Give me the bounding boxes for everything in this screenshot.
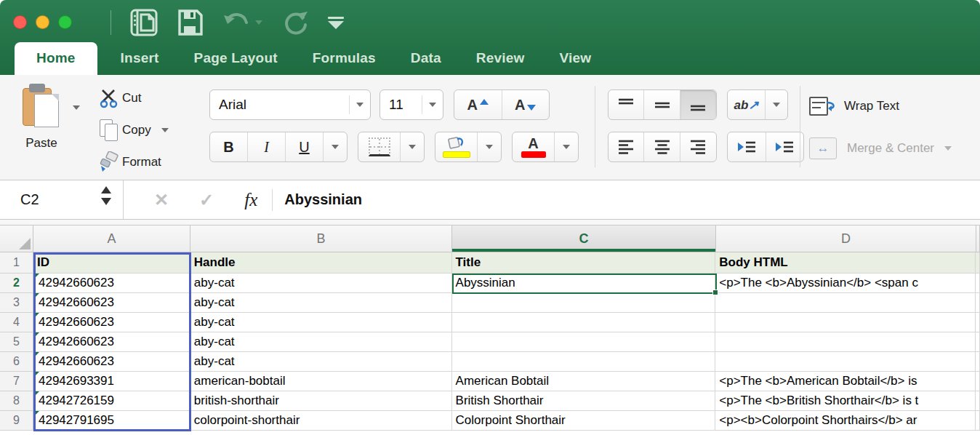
tab-page-layout[interactable]: Page Layout bbox=[177, 42, 295, 75]
row-number[interactable]: 1 bbox=[0, 252, 33, 274]
font-color-dropdown[interactable] bbox=[555, 132, 578, 161]
align-middle-button[interactable] bbox=[644, 90, 680, 119]
name-box[interactable]: C2 bbox=[0, 180, 124, 219]
cell-handle[interactable]: american-bobtail bbox=[190, 372, 452, 391]
cancel-button[interactable]: ✕ bbox=[154, 190, 169, 210]
align-top-button[interactable] bbox=[609, 90, 644, 119]
font-size-combo[interactable]: 11 bbox=[379, 89, 443, 120]
row-number[interactable]: 9 bbox=[0, 411, 33, 431]
cell-sliver[interactable] bbox=[976, 293, 980, 313]
row-number[interactable]: 4 bbox=[0, 313, 33, 332]
align-right-button[interactable] bbox=[680, 132, 716, 161]
merge-center-dropdown-arrow[interactable] bbox=[944, 146, 952, 151]
decrease-indent-button[interactable] bbox=[728, 132, 766, 161]
underline-button[interactable]: U bbox=[286, 132, 324, 161]
cell-sliver[interactable] bbox=[976, 411, 980, 431]
new-from-template-button[interactable] bbox=[130, 8, 158, 37]
copy-dropdown-arrow[interactable] bbox=[161, 128, 169, 132]
cell-title[interactable] bbox=[452, 332, 716, 352]
minimize-window-button[interactable] bbox=[36, 15, 49, 29]
column-header-b[interactable]: B bbox=[190, 226, 452, 252]
cell-body-html[interactable]: <p>The <b>Abyssinian</b> <span c bbox=[715, 274, 976, 293]
cell-id[interactable]: 42942791695 bbox=[33, 411, 190, 431]
cell-body-html[interactable] bbox=[715, 293, 976, 313]
cell-handle[interactable]: aby-cat bbox=[190, 352, 452, 372]
cell-title[interactable] bbox=[452, 313, 716, 332]
cell-sliver[interactable] bbox=[976, 274, 980, 293]
align-center-button[interactable] bbox=[644, 132, 680, 161]
paste-dropdown-arrow[interactable] bbox=[73, 105, 80, 110]
customize-toolbar-button[interactable] bbox=[328, 17, 344, 29]
font-name-dropdown-arrow[interactable] bbox=[356, 103, 364, 107]
name-box-stepper[interactable] bbox=[101, 186, 111, 205]
merge-center-button[interactable]: ↔ Merge & Center bbox=[809, 137, 952, 159]
redo-button[interactable] bbox=[281, 9, 309, 36]
paste-button[interactable]: Paste bbox=[13, 84, 70, 156]
row-number[interactable]: 2 bbox=[0, 274, 33, 293]
cell-handle[interactable]: british-shorthair bbox=[190, 391, 452, 411]
row-number[interactable]: 5 bbox=[0, 332, 33, 352]
cell-id[interactable]: 42942660623 bbox=[33, 293, 190, 313]
row-number[interactable]: 7 bbox=[0, 372, 33, 391]
close-window-button[interactable] bbox=[13, 15, 27, 29]
cell-handle[interactable]: aby-cat bbox=[190, 332, 452, 352]
orientation-dropdown[interactable] bbox=[766, 90, 787, 119]
cell-a1[interactable]: ID bbox=[33, 252, 190, 274]
column-header-e-sliver[interactable] bbox=[976, 226, 980, 252]
format-painter-button[interactable]: Format bbox=[96, 146, 169, 178]
cell-title[interactable] bbox=[452, 352, 716, 372]
cell-c1[interactable]: Title bbox=[452, 252, 716, 274]
zoom-window-button[interactable] bbox=[58, 15, 72, 29]
borders-dropdown[interactable] bbox=[401, 132, 424, 161]
cell-title[interactable]: Colorpoint Shorthair bbox=[452, 411, 716, 431]
row-number[interactable]: 8 bbox=[0, 391, 33, 411]
tab-review[interactable]: Review bbox=[459, 42, 542, 75]
cell-title[interactable]: British Shorthair bbox=[452, 391, 716, 411]
borders-button[interactable] bbox=[358, 132, 401, 161]
cell-id[interactable]: 42942660623 bbox=[33, 274, 190, 293]
orientation-button[interactable]: ab↗ bbox=[728, 90, 766, 119]
cell-body-html[interactable] bbox=[715, 332, 976, 352]
column-header-c[interactable]: C bbox=[452, 226, 716, 252]
select-all-corner[interactable] bbox=[0, 226, 33, 252]
cell-title[interactable]: Abyssinian bbox=[452, 274, 716, 293]
cell-id[interactable]: 42942660623 bbox=[33, 313, 190, 332]
tab-data[interactable]: Data bbox=[393, 42, 459, 75]
font-name-combo[interactable]: Arial bbox=[209, 89, 371, 120]
shrink-font-button[interactable]: A bbox=[502, 90, 550, 119]
column-header-d[interactable]: D bbox=[716, 226, 976, 252]
row-number[interactable]: 6 bbox=[0, 352, 33, 372]
row-number[interactable]: 3 bbox=[0, 293, 33, 313]
cell-id[interactable]: 42942693391 bbox=[33, 372, 190, 391]
cell-body-html[interactable] bbox=[715, 313, 976, 332]
undo-button[interactable] bbox=[222, 9, 262, 36]
wrap-text-button[interactable]: Wrap Text bbox=[809, 95, 899, 117]
column-header-a[interactable]: A bbox=[33, 226, 190, 252]
tab-home[interactable]: Home bbox=[15, 42, 97, 75]
font-size-dropdown-arrow[interactable] bbox=[429, 103, 436, 107]
cell-body-html[interactable] bbox=[715, 352, 976, 372]
cell-body-html[interactable]: <p>The <b>American Bobtail</b> is bbox=[715, 372, 976, 391]
fill-color-dropdown[interactable] bbox=[478, 132, 501, 161]
cell-handle[interactable]: aby-cat bbox=[190, 274, 452, 293]
copy-button[interactable]: Copy bbox=[96, 114, 169, 146]
align-bottom-button[interactable] bbox=[680, 90, 716, 119]
undo-dropdown-arrow[interactable] bbox=[255, 20, 262, 25]
enter-button[interactable]: ✓ bbox=[199, 190, 214, 210]
cell-handle[interactable]: aby-cat bbox=[190, 313, 452, 332]
tab-view[interactable]: View bbox=[542, 42, 609, 75]
cell-sliver[interactable] bbox=[976, 313, 980, 332]
align-left-button[interactable] bbox=[609, 132, 644, 161]
cell-id[interactable]: 42942660623 bbox=[33, 332, 190, 352]
bold-button[interactable]: B bbox=[210, 132, 248, 161]
cell-handle[interactable]: aby-cat bbox=[190, 293, 452, 313]
font-color-button[interactable]: A bbox=[513, 132, 555, 161]
italic-button[interactable]: I bbox=[248, 132, 286, 161]
cell-sliver[interactable] bbox=[976, 352, 980, 372]
cell-body-html[interactable]: <p>The <b>British Shorthair</b> is t bbox=[715, 391, 976, 411]
cell-sliver[interactable] bbox=[976, 391, 980, 411]
tab-formulas[interactable]: Formulas bbox=[295, 42, 393, 75]
cut-button[interactable]: Cut bbox=[96, 82, 169, 114]
cell-b1[interactable]: Handle bbox=[190, 252, 452, 274]
tab-insert[interactable]: Insert bbox=[103, 42, 177, 75]
